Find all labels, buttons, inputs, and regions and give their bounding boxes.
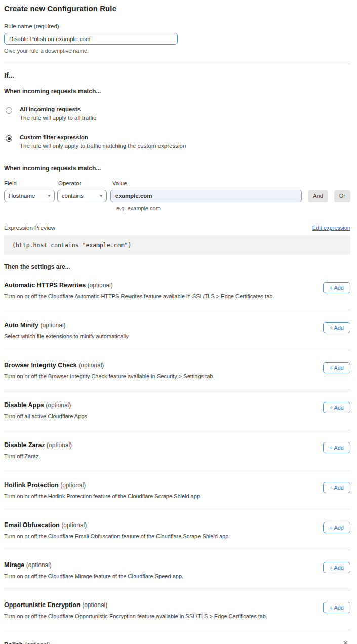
setting-name: Opportunistic Encryption bbox=[4, 601, 81, 609]
setting-name: Polish bbox=[4, 641, 23, 644]
add-button[interactable]: + Add bbox=[323, 282, 350, 293]
operator-select-value: contains bbox=[62, 193, 84, 199]
setting-optional-tag: (optional) bbox=[61, 521, 87, 529]
setting-mirage: Mirage (optional) Turn on or off the Clo… bbox=[4, 550, 350, 590]
setting-opportunistic-encryption: Opportunistic Encryption (optional) Turn… bbox=[4, 590, 350, 630]
and-button[interactable]: And bbox=[308, 190, 328, 202]
or-button[interactable]: Or bbox=[334, 190, 350, 202]
setting-title: Browser Integrity Check (optional) bbox=[4, 361, 214, 369]
setting-description: Turn on or off the Cloudflare Automatic … bbox=[4, 293, 274, 299]
radio-selected-icon[interactable] bbox=[6, 135, 12, 142]
setting-optional-tag: (optional) bbox=[47, 441, 72, 449]
setting-optional-tag: (optional) bbox=[88, 281, 113, 289]
value-input[interactable] bbox=[110, 190, 302, 202]
setting-title: Email Obfuscation (optional) bbox=[4, 521, 230, 529]
radio-option-all-incoming[interactable]: All incoming requests The rule will appl… bbox=[4, 106, 350, 121]
setting-title: Auto Minify (optional) bbox=[4, 321, 130, 329]
setting-title: Hotlink Protection (optional) bbox=[4, 481, 202, 489]
setting-description: Turn off Zaraz. bbox=[4, 453, 72, 459]
setting-description: Turn off all active Cloudflare Apps. bbox=[4, 413, 89, 419]
setting-name: Auto Minify bbox=[4, 321, 38, 329]
chevron-down-icon: ▾ bbox=[48, 194, 50, 198]
add-button[interactable]: + Add bbox=[323, 522, 350, 533]
radio-unselected-icon[interactable] bbox=[6, 107, 12, 114]
field-label: Field bbox=[4, 180, 58, 186]
setting-polish: Polish (optional) Change the settings of… bbox=[4, 630, 350, 644]
setting-disable-zaraz: Disable Zaraz (optional) Turn off Zaraz.… bbox=[4, 430, 350, 470]
setting-optional-tag: (optional) bbox=[60, 481, 86, 489]
radio-option-description: The rule will only apply to traffic matc… bbox=[20, 143, 186, 149]
setting-description: Turn on or off the Cloudflare Email Obfu… bbox=[4, 533, 230, 539]
setting-description: Turn on or off the Cloudflare Opportunis… bbox=[4, 613, 267, 619]
add-button[interactable]: + Add bbox=[323, 602, 350, 613]
setting-title: Opportunistic Encryption (optional) bbox=[4, 601, 267, 609]
field-select[interactable]: Hostname ▾ bbox=[4, 190, 55, 202]
setting-optional-tag: (optional) bbox=[41, 321, 66, 329]
radio-option-description: The rule will apply to all traffic bbox=[20, 115, 96, 121]
setting-optional-tag: (optional) bbox=[46, 401, 71, 409]
setting-name: Email Obfuscation bbox=[4, 521, 60, 529]
setting-name: Browser Integrity Check bbox=[4, 361, 77, 369]
incoming-requests-match-label: When incoming requests match... bbox=[4, 88, 350, 95]
add-button[interactable]: + Add bbox=[323, 362, 350, 373]
if-heading: If... bbox=[4, 71, 350, 79]
setting-name: Disable Apps bbox=[4, 401, 44, 409]
setting-optional-tag: (optional) bbox=[25, 641, 50, 644]
operator-label: Operator bbox=[58, 180, 112, 186]
rule-name-input[interactable] bbox=[4, 33, 178, 45]
expression-builder-label: When incoming requests match... bbox=[4, 165, 350, 172]
setting-optional-tag: (optional) bbox=[26, 561, 52, 569]
add-button[interactable]: + Add bbox=[323, 482, 350, 493]
setting-description: Select which file extensions to minify a… bbox=[4, 333, 130, 339]
add-button[interactable]: + Add bbox=[323, 322, 350, 333]
setting-name: Hotlink Protection bbox=[4, 481, 59, 489]
setting-title: Polish (optional) bbox=[4, 641, 350, 644]
setting-title: Automatic HTTPS Rewrites (optional) bbox=[4, 281, 274, 289]
radio-option-custom-filter[interactable]: Custom filter expression The rule will o… bbox=[4, 134, 350, 149]
edit-expression-link[interactable]: Edit expression bbox=[312, 225, 350, 231]
setting-name: Automatic HTTPS Rewrites bbox=[4, 281, 86, 289]
setting-optional-tag: (optional) bbox=[78, 361, 104, 369]
add-button[interactable]: + Add bbox=[323, 562, 350, 573]
setting-name: Mirage bbox=[4, 561, 24, 569]
setting-description: Turn on or off the Hotlink Protection fe… bbox=[4, 493, 202, 499]
radio-option-label: All incoming requests bbox=[20, 106, 96, 112]
field-select-value: Hostname bbox=[9, 193, 35, 199]
radio-option-label: Custom filter expression bbox=[20, 134, 186, 140]
expression-preview-label: Expression Preview bbox=[4, 225, 55, 231]
settings-heading: Then the settings are... bbox=[4, 263, 350, 270]
value-label: Value bbox=[112, 180, 127, 186]
rule-name-label: Rule name (required) bbox=[4, 23, 350, 29]
close-icon[interactable]: ✕ bbox=[343, 640, 348, 644]
setting-title: Mirage (optional) bbox=[4, 561, 183, 569]
setting-description: Turn on or off the Browser Integrity Che… bbox=[4, 373, 214, 379]
setting-hotlink-protection: Hotlink Protection (optional) Turn on or… bbox=[4, 470, 350, 510]
create-configuration-rule-page: Create new Configuration Rule Rule name … bbox=[0, 0, 357, 644]
setting-auto-minify: Auto Minify (optional) Select which file… bbox=[4, 310, 350, 350]
value-help-text: e.g. example.com bbox=[116, 205, 350, 211]
setting-browser-integrity-check: Browser Integrity Check (optional) Turn … bbox=[4, 350, 350, 390]
add-button[interactable]: + Add bbox=[323, 402, 350, 413]
setting-optional-tag: (optional) bbox=[82, 601, 107, 609]
page-title: Create new Configuration Rule bbox=[4, 4, 350, 13]
setting-title: Disable Zaraz (optional) bbox=[4, 441, 72, 449]
setting-disable-apps: Disable Apps (optional) Turn off all act… bbox=[4, 390, 350, 430]
setting-email-obfuscation: Email Obfuscation (optional) Turn on or … bbox=[4, 510, 350, 550]
section-divider bbox=[4, 64, 350, 64]
setting-description: Turn on or off the Cloudflare Mirage fea… bbox=[4, 573, 183, 579]
setting-title: Disable Apps (optional) bbox=[4, 401, 89, 409]
operator-select[interactable]: contains ▾ bbox=[57, 190, 107, 202]
add-button[interactable]: + Add bbox=[323, 442, 350, 453]
expression-preview-code: (http.host contains "example.com") bbox=[4, 235, 350, 255]
rule-name-help: Give your rule a descriptive name. bbox=[4, 48, 350, 54]
chevron-down-icon: ▾ bbox=[100, 194, 102, 198]
setting-automatic-https-rewrites: Automatic HTTPS Rewrites (optional) Turn… bbox=[4, 270, 350, 310]
setting-name: Disable Zaraz bbox=[4, 441, 45, 449]
